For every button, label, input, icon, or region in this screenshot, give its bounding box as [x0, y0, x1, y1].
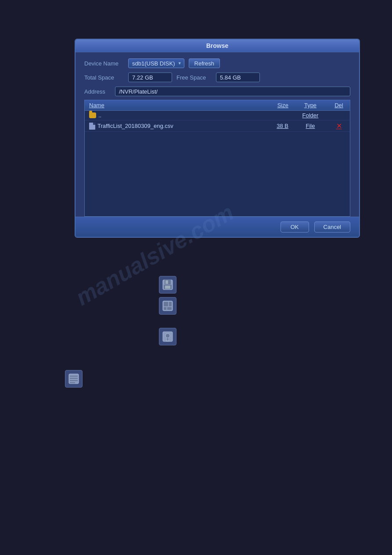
file-type: File: [293, 123, 328, 129]
file-type: Folder: [293, 112, 328, 119]
table-row[interactable]: TrafficList_20180309_eng.csv 38 B File ✕: [85, 120, 350, 132]
col-header-del: Del: [328, 102, 350, 109]
delete-button[interactable]: ✕: [328, 122, 350, 130]
address-value: /NVR/PlateList/: [115, 87, 350, 96]
space-row: Total Space 7.22 GB Free Space 5.84 GB: [84, 73, 350, 82]
device-name-label: Device Name: [84, 60, 124, 67]
cancel-button[interactable]: Cancel: [314, 221, 350, 232]
device-name-row: Device Name sdb1(USB DISK) Refresh: [84, 58, 350, 68]
col-header-type: Type: [293, 102, 328, 109]
address-label: Address: [84, 88, 111, 95]
svg-rect-4: [165, 286, 170, 289]
svg-rect-6: [164, 302, 168, 306]
pin-icon-button[interactable]: [159, 328, 176, 345]
device-name-select[interactable]: sdb1(USB DISK): [128, 58, 184, 68]
svg-rect-17: [70, 380, 78, 381]
layout-icon: [162, 300, 174, 312]
svg-rect-8: [164, 307, 166, 310]
svg-rect-18: [70, 382, 75, 383]
free-space-label: Free Space: [176, 74, 212, 81]
address-row: Address /NVR/PlateList/: [84, 87, 350, 96]
browse-dialog: Browse Device Name sdb1(USB DISK) Refres…: [75, 39, 360, 238]
table-row[interactable]: .. Folder: [85, 111, 350, 120]
svg-rect-16: [70, 378, 78, 379]
dialog-title: Browse: [76, 40, 359, 52]
col-header-size: Size: [258, 102, 293, 109]
refresh-button[interactable]: Refresh: [189, 58, 220, 68]
dialog-body: Device Name sdb1(USB DISK) Refresh Total…: [76, 52, 359, 217]
free-space-value: 5.84 GB: [216, 73, 260, 82]
list-icon-button[interactable]: [65, 370, 83, 388]
list-icon: [68, 373, 80, 385]
svg-rect-15: [70, 376, 78, 377]
total-space-value: 7.22 GB: [128, 73, 172, 82]
file-table-header: Name Size Type Del: [85, 100, 350, 111]
ok-button[interactable]: OK: [281, 221, 309, 232]
svg-point-11: [165, 334, 170, 338]
save-icon: [162, 279, 174, 291]
dialog-footer: OK Cancel: [76, 217, 359, 237]
pin-icon: [162, 330, 174, 343]
file-table-body: .. Folder TrafficList_20180309_eng.csv 3…: [85, 111, 350, 216]
svg-rect-12: [167, 338, 168, 341]
svg-rect-7: [169, 302, 172, 306]
folder-icon: [89, 112, 96, 118]
file-table: Name Size Type Del .. Folder TrafficList…: [84, 100, 350, 217]
svg-rect-2: [165, 280, 168, 284]
total-space-label: Total Space: [84, 74, 124, 81]
col-header-name: Name: [85, 102, 258, 109]
save-icon-button[interactable]: [159, 276, 176, 294]
file-name: ..: [85, 112, 258, 119]
layout-icon-button[interactable]: [159, 297, 176, 315]
svg-rect-9: [167, 307, 172, 310]
file-size: 38 B: [258, 123, 293, 129]
file-icon: [89, 123, 95, 130]
file-name: TrafficList_20180309_eng.csv: [85, 123, 258, 130]
